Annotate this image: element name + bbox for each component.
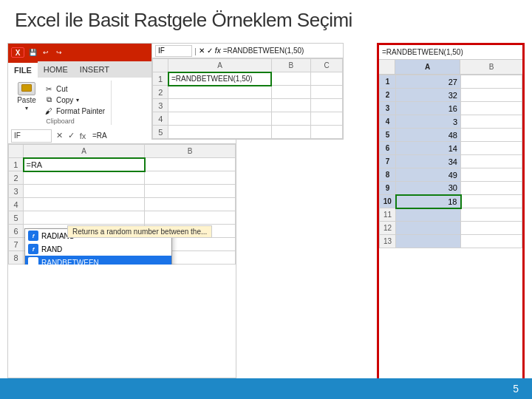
redo-btn[interactable]: ↪ xyxy=(54,47,64,58)
cut-copy-format-group: ✂ Cut ⧉ Copy ▾ 🖌 Format Painter xyxy=(42,83,106,116)
cut-button[interactable]: ✂ Cut xyxy=(42,83,106,94)
col-header-empty xyxy=(9,145,24,158)
right-row-num-8: 8 xyxy=(380,168,396,182)
cell-a1[interactable]: =RA xyxy=(24,158,145,171)
right-row-num-10: 10 xyxy=(380,195,396,208)
right-cell-a-11[interactable] xyxy=(396,208,461,222)
right-cell-a-9[interactable]: 30 xyxy=(396,182,461,195)
right-cell-a-4[interactable]: 3 xyxy=(396,115,461,129)
right-cell-a-2[interactable]: 32 xyxy=(396,89,461,102)
right-cell-b-4[interactable] xyxy=(461,115,522,129)
middle-confirm-btn[interactable]: ✓ xyxy=(207,47,213,55)
table-row: 43 xyxy=(380,115,522,129)
paste-button[interactable]: Paste ▾ xyxy=(14,82,39,112)
right-cell-b-11[interactable] xyxy=(461,208,522,222)
mid-cell-c4[interactable] xyxy=(311,112,343,126)
table-row: 1018 xyxy=(380,195,522,208)
right-row-num-13: 13 xyxy=(380,235,396,248)
right-cell-a-13[interactable] xyxy=(396,235,461,248)
insert-function-btn[interactable]: fx xyxy=(78,131,88,141)
right-cell-b-9[interactable] xyxy=(461,182,522,195)
copy-label: Copy xyxy=(56,96,73,104)
page-title: Excel ile Basit Rastgele Örneklem Seçimi xyxy=(0,0,532,38)
mid-row-1: 1 xyxy=(153,72,168,86)
mid-cell-a1[interactable]: =RANDBETWEEN(1,50) xyxy=(168,72,271,86)
cell-b3[interactable] xyxy=(145,185,236,198)
row-num-4: 4 xyxy=(9,198,24,211)
mid-cell-a4[interactable] xyxy=(168,112,271,126)
tab-file[interactable]: FILE xyxy=(8,61,38,78)
right-cell-b-7[interactable] xyxy=(461,155,522,168)
mid-cell-b2[interactable] xyxy=(271,86,311,99)
table-row: 3 xyxy=(153,99,343,112)
ac-item-rand[interactable]: f RAND xyxy=(25,242,171,256)
right-cell-b-5[interactable] xyxy=(461,129,522,142)
right-cell-a-10[interactable]: 18 xyxy=(396,195,461,208)
undo-btn[interactable]: ↩ xyxy=(41,47,51,58)
middle-grid-table: A B C 1 =RANDBETWEEN(1,50) 2 xyxy=(152,58,343,139)
right-cell-b-8[interactable] xyxy=(461,168,522,182)
right-cell-b-12[interactable] xyxy=(461,222,522,235)
mid-cell-c1[interactable] xyxy=(311,72,343,86)
right-cell-b-6[interactable] xyxy=(461,142,522,155)
right-cell-a-5[interactable]: 48 xyxy=(396,129,461,142)
cell-a4[interactable] xyxy=(24,198,145,211)
mid-cell-b3[interactable] xyxy=(271,99,311,112)
middle-name-box[interactable]: IF xyxy=(155,45,192,57)
copy-button[interactable]: ⧉ Copy ▾ xyxy=(42,95,106,105)
right-cell-a-1[interactable]: 27 xyxy=(396,75,461,89)
cancel-formula-btn[interactable]: ✕ xyxy=(54,131,64,141)
copy-dropdown[interactable]: ▾ xyxy=(76,97,79,103)
ac-item-randbetween[interactable]: f RANDBETWEEN xyxy=(25,256,171,265)
row-num-2: 2 xyxy=(9,171,24,185)
right-formula-text: =RANDBETWEEN(1,50) xyxy=(382,48,463,56)
table-row: 2 xyxy=(9,171,236,185)
table-row: 3 xyxy=(9,185,236,198)
right-cell-a-8[interactable]: 49 xyxy=(396,168,461,182)
mid-cell-b1[interactable] xyxy=(271,72,311,86)
mid-row-5: 5 xyxy=(153,126,168,139)
middle-cancel-btn[interactable]: ✕ xyxy=(199,47,205,55)
bottom-bar: 5 xyxy=(0,378,532,399)
right-cell-b-2[interactable] xyxy=(461,89,522,102)
mid-cell-a2[interactable] xyxy=(168,86,271,99)
paste-dropdown[interactable]: ▾ xyxy=(25,105,28,112)
right-row-num-6: 6 xyxy=(380,142,396,155)
cell-b5[interactable] xyxy=(145,211,236,225)
cell-a2[interactable] xyxy=(24,171,145,185)
right-cell-b-10[interactable] xyxy=(461,195,522,208)
middle-fx-btn[interactable]: fx xyxy=(215,47,221,55)
cell-a5[interactable] xyxy=(24,211,145,225)
cell-b4[interactable] xyxy=(145,198,236,211)
mid-cell-a5[interactable] xyxy=(168,126,271,139)
cell-b2[interactable] xyxy=(145,171,236,185)
right-row-num-7: 7 xyxy=(380,155,396,168)
tab-insert[interactable]: INSERT xyxy=(74,61,115,78)
right-cell-b-13[interactable] xyxy=(461,235,522,248)
tab-home[interactable]: HOME xyxy=(38,61,74,78)
mid-cell-c2[interactable] xyxy=(311,86,343,99)
cut-label: Cut xyxy=(56,85,68,93)
format-painter-button[interactable]: 🖌 Format Painter xyxy=(42,106,106,116)
right-cell-a-7[interactable]: 34 xyxy=(396,155,461,168)
right-cell-a-3[interactable]: 16 xyxy=(396,102,461,115)
mid-cell-c3[interactable] xyxy=(311,99,343,112)
save-btn[interactable]: 💾 xyxy=(27,47,38,58)
mid-cell-a3[interactable] xyxy=(168,99,271,112)
mid-cell-b4[interactable] xyxy=(271,112,311,126)
mid-cell-b5[interactable] xyxy=(271,126,311,139)
right-cell-a-6[interactable]: 14 xyxy=(396,142,461,155)
format-painter-icon: 🖌 xyxy=(44,106,54,115)
name-box-left[interactable]: IF xyxy=(11,129,52,143)
right-cell-b-3[interactable] xyxy=(461,102,522,115)
cell-a3[interactable] xyxy=(24,185,145,198)
table-row: 734 xyxy=(380,155,522,168)
middle-formula-bar: IF | ✕ ✓ fx =RANDBETWEEN(1,50) xyxy=(152,44,343,58)
confirm-formula-btn[interactable]: ✓ xyxy=(66,131,76,141)
right-cell-b-1[interactable] xyxy=(461,75,522,89)
cell-b1[interactable] xyxy=(145,158,236,171)
col-header-a: A xyxy=(24,145,145,158)
mid-cell-c5[interactable] xyxy=(311,126,343,139)
right-cell-a-12[interactable] xyxy=(396,222,461,235)
table-row: 5 xyxy=(153,126,343,139)
